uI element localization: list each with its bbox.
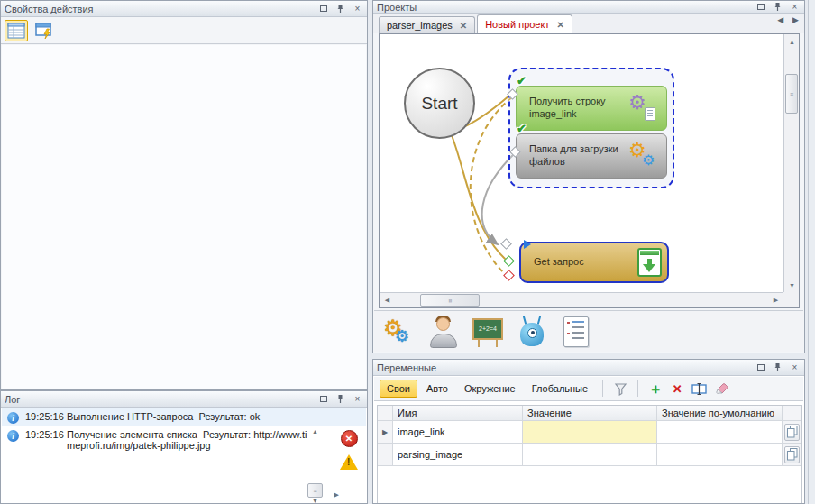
scrollbar-thumb[interactable]: ≡ <box>420 294 480 307</box>
scrollbar-thumb[interactable]: ≡ <box>785 74 798 114</box>
properties-grid-button[interactable] <box>5 20 28 41</box>
tab-close-icon[interactable]: ✕ <box>556 20 563 30</box>
mascot-button[interactable] <box>514 314 550 350</box>
column-header-value[interactable]: Значение <box>523 406 657 420</box>
maximize-icon[interactable] <box>317 394 329 405</box>
tab-scroll-arrows: ◀ ▶ <box>777 15 799 24</box>
tab-label: Новый проект <box>485 19 549 30</box>
window-buttons: × <box>317 394 363 405</box>
column-header-name[interactable]: Имя <box>393 406 523 420</box>
script-button[interactable] <box>558 314 594 350</box>
close-icon[interactable]: × <box>352 4 363 14</box>
delete-variable-button[interactable]: ✕ <box>667 380 687 398</box>
toolbar-separator <box>637 380 638 397</box>
errors-filter-icon[interactable]: ✕ <box>341 430 358 447</box>
scroll-up-icon[interactable]: ▲ <box>307 428 323 435</box>
pin-icon[interactable] <box>334 4 346 14</box>
log-entry[interactable]: i 19:25:16 Выполнение HTTP-запроса Резул… <box>2 408 366 426</box>
filter-label: Окружение <box>464 383 516 394</box>
filter-label: Авто <box>426 383 448 394</box>
filter-tab-own[interactable]: Свои <box>380 380 417 398</box>
variable-default-cell[interactable] <box>657 444 783 465</box>
filter-tab-global[interactable]: Глобальные <box>525 380 595 398</box>
tab-close-icon[interactable]: ✕ <box>460 21 467 31</box>
log-time: 19:25:16 <box>25 429 67 440</box>
add-variable-button[interactable]: + <box>646 380 665 398</box>
column-header-default[interactable]: Значение по-умолчанию <box>657 406 783 420</box>
copy-variable-button[interactable] <box>784 446 800 463</box>
tab-parser-images[interactable]: parser_images ✕ <box>379 16 475 33</box>
warnings-filter-icon[interactable] <box>340 454 358 470</box>
log-text: Получение элемента списка Результат: htt… <box>67 429 312 451</box>
close-icon[interactable]: × <box>789 362 801 373</box>
maximize-icon[interactable] <box>317 4 329 14</box>
variable-value-cell[interactable] <box>523 421 657 443</box>
table-row[interactable]: parsing_image <box>378 444 801 466</box>
copy-variable-button[interactable] <box>784 424 800 441</box>
action-properties-title: Свойства действия <box>5 4 317 14</box>
canvas-vertical-scrollbar[interactable]: ▲ ≡ ▼ <box>783 34 799 292</box>
canvas-horizontal-scrollbar[interactable]: ◀ ≡ ▶ <box>380 292 783 307</box>
scrollbar-thumb[interactable]: ≡ <box>307 483 323 498</box>
clear-values-button[interactable] <box>710 380 730 398</box>
projects-panel: Проекты × parser_images ✕ Новый проект ✕… <box>372 0 805 353</box>
filter-label: Свои <box>387 383 410 394</box>
scroll-right-icon[interactable]: ▶ <box>334 491 339 499</box>
copy-icon <box>787 426 798 438</box>
log-vertical-scrollbar[interactable]: ▲ ≡ ▼ <box>307 428 323 504</box>
scroll-down-icon[interactable]: ▼ <box>307 498 323 504</box>
scroll-up-icon[interactable]: ▲ <box>784 34 800 49</box>
filter-tab-environment[interactable]: Окружение <box>457 380 523 398</box>
gear-document-icon: ⚙ <box>627 91 661 125</box>
settings-gears-button[interactable]: ⚙⚙ <box>381 314 417 350</box>
check-icon: ✔ <box>517 74 527 87</box>
maximize-icon[interactable] <box>755 2 766 13</box>
tabs-scroll-left-icon[interactable]: ◀ <box>777 15 783 24</box>
variable-name-cell[interactable]: image_link <box>393 421 523 443</box>
user-button[interactable] <box>426 314 462 350</box>
variable-value-cell[interactable] <box>523 444 657 465</box>
pin-icon[interactable] <box>772 2 783 13</box>
scroll-left-icon[interactable]: ◀ <box>380 293 395 307</box>
variables-title: Переменные <box>377 362 755 373</box>
close-icon[interactable]: × <box>352 394 363 405</box>
start-node[interactable]: Start <box>404 68 475 139</box>
variable-name-cell[interactable]: parsing_image <box>393 444 523 465</box>
node-get-string[interactable]: Получить строку image_link ⚙ <box>516 86 667 131</box>
filter-tab-auto[interactable]: Авто <box>419 380 455 398</box>
maximize-icon[interactable] <box>755 362 766 373</box>
tab-new-project[interactable]: Новый проект ✕ <box>477 14 572 33</box>
plus-icon: + <box>651 381 660 397</box>
table-row[interactable]: ▶ image_link <box>378 421 801 444</box>
node-download-folder[interactable]: Папка для загрузки файлов ⚙ ⚙ <box>516 133 667 179</box>
log-filter-buttons: ✕ <box>339 430 359 470</box>
close-icon[interactable]: × <box>789 2 801 13</box>
toolbar-separator <box>602 380 603 397</box>
docked-panel-edge <box>808 0 815 504</box>
events-window-button[interactable] <box>33 20 57 41</box>
tabs-scroll-right-icon[interactable]: ▶ <box>792 15 799 24</box>
info-icon: i <box>7 412 19 424</box>
training-board-button[interactable]: 2+2=4 <box>470 314 506 350</box>
filter-button[interactable] <box>610 380 630 398</box>
tab-label: parser_images <box>387 20 453 31</box>
flow-canvas[interactable]: Start Получить строку image_link ⚙ ✔ Пап… <box>380 34 783 292</box>
rename-variable-button[interactable] <box>689 380 709 398</box>
window-buttons: × <box>317 4 363 14</box>
info-icon: i <box>7 430 19 442</box>
app-window: Свойства действия × <box>0 0 815 504</box>
scroll-right-icon[interactable]: ▶ <box>768 293 783 307</box>
pin-icon[interactable] <box>334 394 346 405</box>
pin-icon[interactable] <box>772 362 783 373</box>
log-panel: Лог × i 19:25:16 Выполнение HTTP-запроса… <box>0 390 368 504</box>
log-body: i 19:25:16 Выполнение HTTP-запроса Резул… <box>2 408 366 502</box>
document-icon <box>563 316 589 347</box>
row-selector[interactable]: ▶ <box>378 421 393 443</box>
person-icon <box>430 316 457 348</box>
scroll-down-icon[interactable]: ▼ <box>784 278 800 292</box>
variable-default-cell[interactable] <box>657 421 783 443</box>
log-title: Лог <box>5 394 317 405</box>
window-buttons: × <box>755 2 801 13</box>
row-selector[interactable] <box>378 444 393 465</box>
node-get-request[interactable]: Get запрос <box>519 242 669 283</box>
